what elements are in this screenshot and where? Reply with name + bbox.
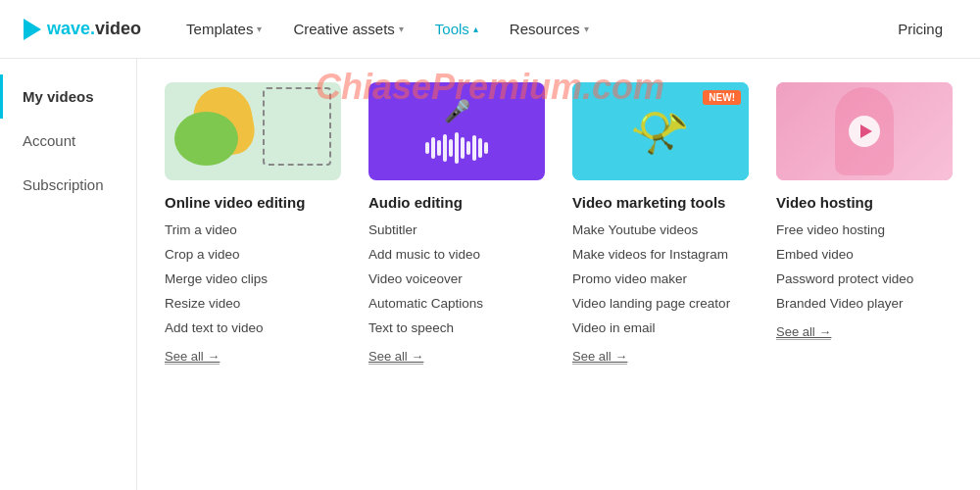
link-video-in-email[interactable]: Video in email xyxy=(572,320,749,335)
link-text-to-speech[interactable]: Text to speech xyxy=(368,320,545,335)
nav-item-tools[interactable]: Tools ▴ xyxy=(421,13,492,45)
nav-item-templates[interactable]: Templates ▾ xyxy=(172,13,275,45)
wave-bar xyxy=(472,135,476,161)
new-badge: NEW! xyxy=(703,90,741,105)
link-landing-page[interactable]: Video landing page creator xyxy=(572,296,749,311)
nav-item-pricing[interactable]: Pricing xyxy=(884,13,956,45)
link-free-hosting[interactable]: Free video hosting xyxy=(776,222,953,237)
audio-visual: 🎤 xyxy=(368,82,545,180)
chevron-down-icon: ▾ xyxy=(399,24,404,34)
wave-bar xyxy=(437,140,441,156)
tool-image-video-editing xyxy=(165,82,341,180)
wave-bar xyxy=(425,142,429,154)
link-branded-player[interactable]: Branded Video player xyxy=(776,296,953,311)
tool-links-hosting: Free video hosting Embed video Password … xyxy=(776,222,953,311)
header: wave.video Templates ▾ Creative assets ▾… xyxy=(0,0,980,59)
trumpet-visual: 📯 NEW! xyxy=(572,82,749,180)
link-subtitler[interactable]: Subtitler xyxy=(368,222,545,237)
link-embed-video[interactable]: Embed video xyxy=(776,247,953,262)
main-content: Online video editing Trim a video Crop a… xyxy=(137,59,980,490)
tool-links-video-editing: Trim a video Crop a video Merge video cl… xyxy=(165,222,341,335)
audio-wave xyxy=(425,132,488,164)
link-crop-video[interactable]: Crop a video xyxy=(165,247,341,262)
see-all-video-editing[interactable]: See all → xyxy=(165,349,220,365)
logo-icon xyxy=(24,19,41,40)
sidebar-item-subscription[interactable]: Subscription xyxy=(0,163,136,207)
wave-bar xyxy=(478,138,482,158)
tool-image-marketing: 📯 NEW! xyxy=(572,82,749,180)
link-add-music[interactable]: Add music to video xyxy=(368,247,545,262)
sidebar: My videos Account Subscription xyxy=(0,59,137,490)
wave-bar xyxy=(484,142,488,154)
tool-title-hosting: Video hosting xyxy=(776,194,953,211)
wave-bar xyxy=(443,134,447,162)
chevron-down-icon: ▾ xyxy=(584,24,589,34)
play-triangle-icon xyxy=(860,124,872,138)
nav-item-creative-assets[interactable]: Creative assets ▾ xyxy=(279,13,416,45)
sidebar-item-my-videos[interactable]: My videos xyxy=(0,74,136,119)
lime-decoration xyxy=(174,112,238,166)
hosting-visual xyxy=(776,82,953,180)
link-auto-captions[interactable]: Automatic Captions xyxy=(368,296,545,311)
tool-links-marketing: Make Youtube videos Make videos for Inst… xyxy=(572,222,749,335)
tool-title-audio-editing: Audio editing xyxy=(368,194,545,211)
tool-column-audio-editing: 🎤 xyxy=(368,82,545,365)
tool-title-marketing: Video marketing tools xyxy=(572,194,749,211)
microphone-icon: 🎤 xyxy=(444,99,470,124)
link-trim-video[interactable]: Trim a video xyxy=(165,222,341,237)
tool-image-audio-editing: 🎤 xyxy=(368,82,545,180)
chevron-up-icon: ▴ xyxy=(473,24,478,34)
wave-bar xyxy=(431,137,435,159)
tool-column-marketing: 📯 NEW! Video marketing tools Make Youtub… xyxy=(572,82,749,365)
wave-bar xyxy=(461,137,465,159)
logo-text: wave.video xyxy=(47,19,141,39)
trumpet-icon: 📯 xyxy=(625,97,696,166)
link-add-text[interactable]: Add text to video xyxy=(165,320,341,335)
chevron-down-icon: ▾ xyxy=(257,24,262,34)
link-instagram-videos[interactable]: Make videos for Instagram xyxy=(572,247,749,262)
wave-bar xyxy=(455,132,459,164)
tool-links-audio-editing: Subtitler Add music to video Video voice… xyxy=(368,222,545,335)
play-button-icon xyxy=(849,116,880,147)
see-all-audio-editing[interactable]: See all → xyxy=(368,349,423,365)
tool-column-video-editing: Online video editing Trim a video Crop a… xyxy=(165,82,341,365)
tool-image-hosting xyxy=(776,82,953,180)
wave-bar xyxy=(466,141,470,155)
wave-bar xyxy=(449,139,453,157)
see-all-marketing[interactable]: See all → xyxy=(572,349,627,365)
link-promo-maker[interactable]: Promo video maker xyxy=(572,271,749,286)
tool-title-video-editing: Online video editing xyxy=(165,194,341,211)
logo[interactable]: wave.video xyxy=(24,19,141,40)
nav-item-resources[interactable]: Resources ▾ xyxy=(496,13,603,45)
dashed-border-decoration xyxy=(263,87,331,166)
link-merge-clips[interactable]: Merge video clips xyxy=(165,271,341,286)
link-password-protect[interactable]: Password protect video xyxy=(776,271,953,286)
main-nav: Templates ▾ Creative assets ▾ Tools ▴ Re… xyxy=(172,13,956,45)
link-voiceover[interactable]: Video voiceover xyxy=(368,271,545,286)
sidebar-item-account[interactable]: Account xyxy=(0,119,136,163)
page-layout: My videos Account Subscription Online vi… xyxy=(0,59,980,490)
link-youtube-videos[interactable]: Make Youtube videos xyxy=(572,222,749,237)
tool-column-hosting: Video hosting Free video hosting Embed v… xyxy=(776,82,953,365)
see-all-hosting[interactable]: See all → xyxy=(776,324,831,340)
tools-grid: Online video editing Trim a video Crop a… xyxy=(165,82,953,365)
link-resize-video[interactable]: Resize video xyxy=(165,296,341,311)
